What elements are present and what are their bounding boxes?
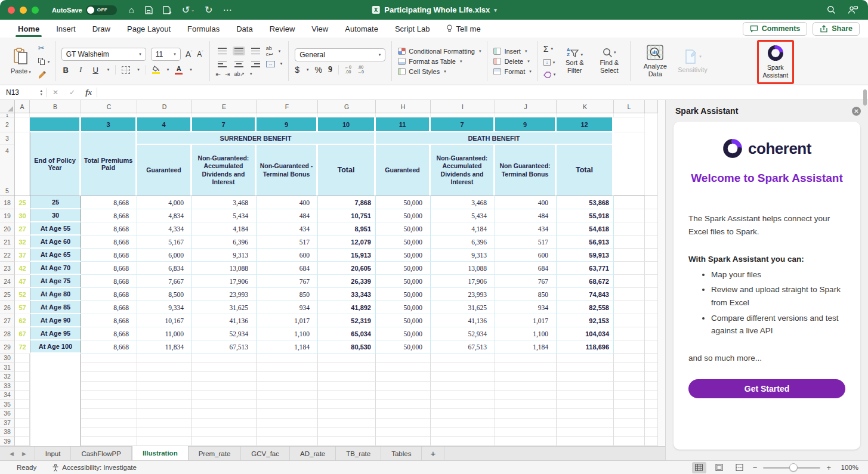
cell-J20[interactable]: 434 [495, 222, 557, 236]
autosave-switch[interactable]: OFF [86, 5, 117, 15]
cell-J22[interactable]: 600 [495, 249, 557, 262]
ribbon-tab-data[interactable]: Data [228, 20, 261, 38]
zoom-slider[interactable] [763, 467, 820, 469]
row-header-3[interactable]: 3 [0, 132, 14, 145]
cell-D28[interactable]: 11,000 [137, 327, 192, 340]
sheet-tab-gcv_fac[interactable]: GCV_fac [241, 447, 290, 460]
save-icon[interactable] [144, 6, 153, 14]
cell-E20[interactable]: 4,184 [192, 222, 257, 236]
cell-B29[interactable]: At Age 100 [30, 340, 81, 354]
cell-A28[interactable]: 67 [15, 327, 30, 340]
sheet-tab-prem_rate[interactable]: Prem_rate [189, 447, 242, 460]
cell-D26[interactable]: 9,334 [137, 301, 192, 314]
next-sheet-icon[interactable]: ▶ [22, 451, 26, 457]
cell-K24[interactable]: 68,672 [557, 275, 614, 288]
cell-H27[interactable]: 50,000 [376, 314, 431, 327]
ribbon-tab-draw[interactable]: Draw [84, 20, 119, 38]
cell-I21[interactable]: 6,396 [431, 236, 495, 249]
cell-I25[interactable]: 23,993 [431, 288, 495, 301]
zoom-slider-thumb[interactable] [789, 463, 798, 472]
row-header-26[interactable]: 26 [0, 301, 15, 314]
cell-K26[interactable]: 82,558 [557, 301, 614, 314]
cell-H19[interactable]: 50,000 [376, 209, 431, 222]
cell-J29[interactable]: 1,184 [495, 340, 557, 354]
cell-E27[interactable]: 41,136 [192, 314, 257, 327]
cell-G29[interactable]: 80,530 [318, 340, 376, 354]
cell-H20[interactable]: 50,000 [376, 222, 431, 236]
account-icon[interactable] [848, 5, 858, 14]
ribbon-tab-home[interactable]: Home [10, 20, 48, 38]
ribbon-tab-view[interactable]: View [303, 20, 336, 38]
undo-icon[interactable]: ↺⌄ [182, 4, 194, 16]
cell-E26[interactable]: 31,625 [192, 301, 257, 314]
cell-K27[interactable]: 92,153 [557, 314, 614, 327]
cell-A27[interactable]: 62 [15, 314, 30, 327]
cell-K21[interactable]: 56,913 [557, 236, 614, 249]
copy-button[interactable]: ▾ [38, 58, 45, 65]
format-painter-button[interactable] [38, 71, 47, 79]
row-header-32[interactable]: 32 [0, 372, 15, 382]
sheet-tab-input[interactable]: Input [35, 447, 72, 460]
prev-sheet-icon[interactable]: ◀ [10, 451, 14, 457]
cell-B28[interactable]: At Age 95 [30, 327, 81, 340]
cell-F27[interactable]: 1,017 [257, 314, 318, 327]
get-started-button[interactable]: Get Started [688, 379, 845, 398]
cell-I19[interactable]: 5,434 [431, 209, 495, 222]
comma-style-button[interactable]: 9 [328, 65, 332, 75]
fill-color-button[interactable] [152, 66, 160, 74]
cell-E19[interactable]: 5,434 [192, 209, 257, 222]
cell-E28[interactable]: 52,934 [192, 327, 257, 340]
cell-G26[interactable]: 41,892 [318, 301, 376, 314]
cell-J23[interactable]: 684 [495, 262, 557, 275]
column-header-G[interactable]: G [318, 100, 376, 113]
cell-styles-button[interactable]: Cell Styles▾ [398, 68, 481, 75]
add-sheet-button[interactable]: + [422, 447, 444, 460]
home-icon[interactable]: ⌂ [129, 5, 134, 15]
insert-function-icon[interactable]: fx [85, 88, 92, 97]
cell-I18[interactable]: 3,468 [431, 196, 495, 209]
cell-A24[interactable]: 47 [15, 275, 30, 288]
cell-C20[interactable]: 8,668 [81, 222, 137, 236]
decrease-indent-button[interactable]: ⇤ [216, 71, 221, 78]
page-break-view-button[interactable] [733, 462, 747, 473]
cell-D23[interactable]: 6,834 [137, 262, 192, 275]
cell-F28[interactable]: 1,100 [257, 327, 318, 340]
minimize-window-button[interactable] [20, 7, 27, 14]
cell-J19[interactable]: 484 [495, 209, 557, 222]
cell-F29[interactable]: 1,184 [257, 340, 318, 354]
window-scrollbar-thumb[interactable] [863, 89, 867, 106]
cell-G20[interactable]: 8,951 [318, 222, 376, 236]
align-center-button[interactable] [233, 60, 245, 69]
cell-K29[interactable]: 118,696 [557, 340, 614, 354]
cell-I27[interactable]: 41,136 [431, 314, 495, 327]
cell-J25[interactable]: 850 [495, 288, 557, 301]
cell-H25[interactable]: 50,000 [376, 288, 431, 301]
cell-A25[interactable]: 52 [15, 288, 30, 301]
font-size-select[interactable]: 11▾ [151, 48, 181, 61]
ribbon-tab-review[interactable]: Review [261, 20, 304, 38]
format-cells-button[interactable]: Format▾ [493, 68, 531, 75]
ribbon-tab-tell-me[interactable]: Tell me [438, 20, 489, 38]
bold-button[interactable]: B [61, 66, 70, 75]
search-icon[interactable] [827, 5, 836, 14]
row-header-29[interactable]: 29 [0, 340, 15, 354]
conditional-formatting-button[interactable]: Conditional Formatting▾ [398, 48, 481, 55]
select-all-corner[interactable] [0, 100, 15, 113]
align-left-button[interactable] [216, 60, 228, 69]
cell-C25[interactable]: 8,668 [81, 288, 137, 301]
zoom-out-button[interactable]: − [753, 463, 758, 472]
align-top-button[interactable] [216, 47, 228, 55]
align-right-button[interactable] [249, 60, 262, 69]
row-header-23[interactable]: 23 [0, 262, 15, 275]
cell-B25[interactable]: At Age 80 [30, 288, 81, 301]
column-header-I[interactable]: I [431, 100, 495, 113]
cell-C18[interactable]: 8,668 [81, 196, 137, 209]
cell-C19[interactable]: 8,668 [81, 209, 137, 222]
cancel-entry-icon[interactable]: ✕ [52, 88, 58, 97]
cell-A22[interactable]: 37 [15, 249, 30, 262]
cell-C28[interactable]: 8,668 [81, 327, 137, 340]
comments-button[interactable]: Comments [743, 22, 808, 36]
vertical-scrollbar-strip[interactable] [657, 100, 665, 446]
cell-A21[interactable]: 32 [15, 236, 30, 249]
cell-A19[interactable]: 30 [15, 209, 30, 222]
